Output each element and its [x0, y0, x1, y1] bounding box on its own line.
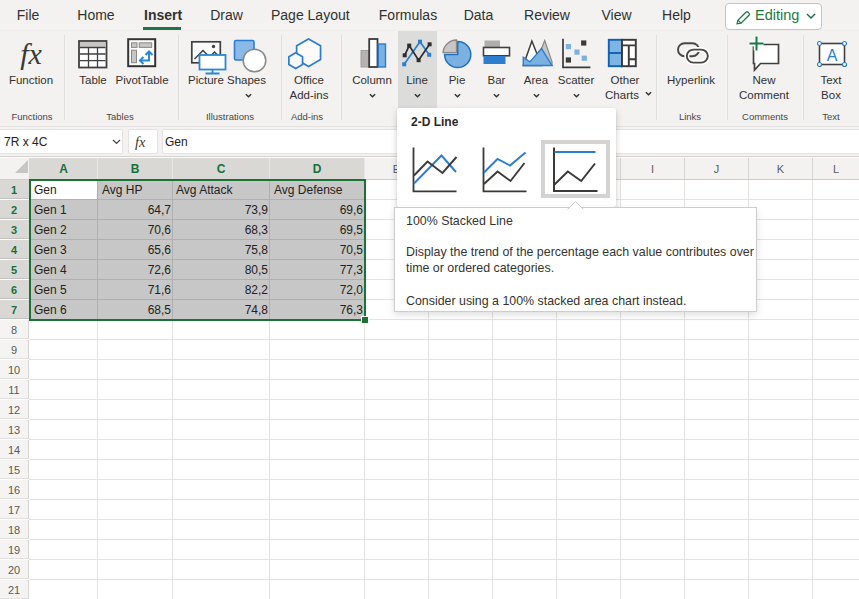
svg-text:A: A [827, 47, 838, 64]
